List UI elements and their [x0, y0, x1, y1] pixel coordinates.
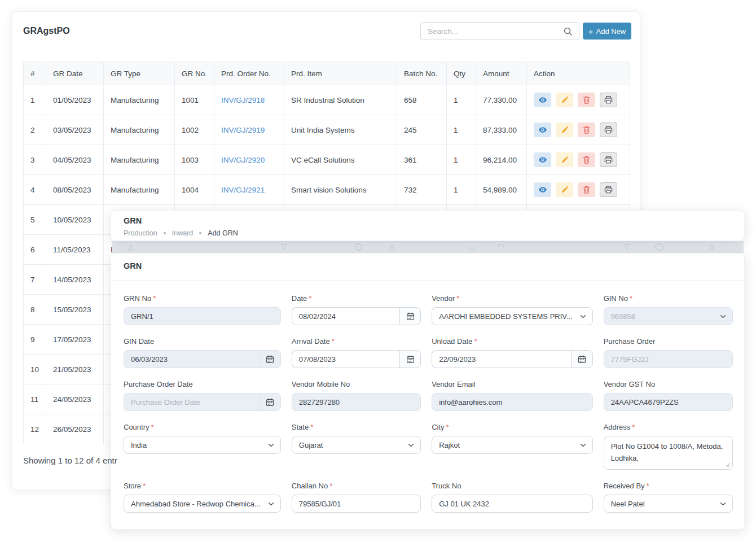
- city-select[interactable]: Rajkot: [432, 436, 592, 454]
- cell-prd-item: SR Industrial Solution: [284, 85, 397, 115]
- print-button[interactable]: [600, 182, 617, 197]
- chevron-down-icon: [719, 313, 732, 320]
- column-header-batch-no: Batch No.: [397, 62, 447, 85]
- truck-no-input[interactable]: GJ 01 UK 2432: [432, 495, 592, 513]
- input-value: India: [124, 441, 267, 449]
- required-asterisk: *: [143, 482, 146, 490]
- country-select[interactable]: India: [124, 436, 281, 454]
- edit-button[interactable]: [556, 123, 573, 137]
- breadcrumb-item-inward[interactable]: Inward: [172, 229, 194, 237]
- field-purchase-order-date: Purchase Order DatePurchase Order Date: [124, 380, 281, 411]
- view-button[interactable]: [534, 182, 551, 197]
- watermark-shape: △: [389, 242, 395, 251]
- eye-icon: [538, 185, 547, 194]
- view-button[interactable]: [534, 93, 551, 107]
- calendar-icon[interactable]: [399, 350, 421, 368]
- field-label: Vendor Mobile No: [292, 380, 421, 388]
- address-textarea[interactable]: Plot No G1004 to 1008/A, Metoda, Lodhika…: [604, 436, 733, 470]
- calendar-icon[interactable]: [260, 350, 281, 368]
- prd-order-link[interactable]: INV/GJ/2918: [221, 96, 265, 104]
- search-input[interactable]: [421, 27, 563, 36]
- view-button[interactable]: [534, 152, 551, 167]
- calendar-icon[interactable]: [399, 307, 421, 325]
- watermark-shape: △: [709, 242, 714, 251]
- input-value: 06/03/2023: [124, 355, 260, 364]
- input-value: 22/09/2023: [432, 355, 571, 364]
- add-new-button[interactable]: + Add New: [583, 23, 631, 40]
- input-value: 24AAPCA4679P2ZS: [604, 398, 732, 406]
- field-country: Country*India: [124, 423, 281, 454]
- field-store: Store*Ahmedabad Store - Redwop Chemica..…: [124, 482, 281, 513]
- edit-button[interactable]: [556, 93, 573, 107]
- vendor-select[interactable]: AAROHI EMBEDDED SYSTEMS PRIV...: [432, 307, 592, 325]
- grn-no-input[interactable]: GRN/1: [124, 307, 281, 325]
- prd-order-link[interactable]: INV/GJ/2921: [221, 186, 265, 194]
- purchase-order-date-input[interactable]: Purchase Order Date: [124, 393, 260, 411]
- cell-batch-no: 732: [397, 175, 447, 205]
- delete-button[interactable]: [578, 123, 595, 137]
- challan-no-input[interactable]: 79585/GJ/01: [292, 495, 421, 513]
- delete-button[interactable]: [578, 152, 595, 167]
- prd-order-link[interactable]: INV/GJ/2919: [221, 126, 265, 134]
- field-vendor: Vendor*AAROHI EMBEDDED SYSTEMS PRIV...: [432, 294, 592, 325]
- gin-no-select[interactable]: 969858: [604, 307, 733, 325]
- cell-qty: 1: [447, 115, 476, 145]
- column-header-gr-type: GR Type: [104, 62, 175, 85]
- search-icon[interactable]: [563, 27, 579, 36]
- calendar-icon[interactable]: [572, 350, 593, 368]
- view-button[interactable]: [534, 123, 551, 137]
- breadcrumb-separator-dot: [199, 232, 201, 234]
- chevron-down-icon: [267, 442, 280, 449]
- state-select[interactable]: Gujarat: [292, 436, 421, 454]
- delete-button[interactable]: [578, 93, 595, 107]
- field-vendor-gst-no: Vendor GST No24AAPCA4679P2ZS: [604, 380, 733, 411]
- store-select[interactable]: Ahmedabad Store - Redwop Chemica...: [124, 495, 281, 513]
- cell-gr-date: 08/05/2023: [46, 175, 104, 205]
- gin-date-input[interactable]: 06/03/2023: [124, 350, 260, 368]
- watermark-shape: ◠: [498, 242, 504, 251]
- purchase-order-date-group: Purchase Order Date: [124, 393, 281, 411]
- vendor-mobile-no-input[interactable]: 2827297280: [292, 393, 421, 411]
- trash-icon: [583, 126, 590, 134]
- trash-icon: [583, 156, 590, 164]
- edit-button[interactable]: [556, 182, 573, 197]
- purchase-order-input[interactable]: 7775FGJ2J: [604, 350, 733, 368]
- divider: [111, 280, 744, 281]
- input-value: info@aarohies.com: [432, 398, 592, 406]
- unload-date-input[interactable]: 22/09/2023: [432, 350, 571, 368]
- cell-qty: 1: [447, 145, 476, 175]
- delete-button[interactable]: [578, 182, 595, 197]
- received-by-select[interactable]: Neel Patel: [604, 495, 733, 513]
- field-label: Store*: [124, 482, 281, 490]
- vendor-gst-no-input[interactable]: 24AAPCA4679P2ZS: [604, 393, 733, 411]
- cell-amount: 54,989.00: [476, 175, 527, 205]
- field-label: Country*: [124, 423, 281, 431]
- resize-handle-icon[interactable]: [726, 462, 731, 467]
- printer-icon: [604, 126, 613, 134]
- calendar-icon[interactable]: [260, 393, 281, 411]
- prd-order-link[interactable]: INV/GJ/2920: [221, 156, 265, 164]
- cell-gr-date: 24/05/2023: [46, 384, 104, 414]
- cell-gr-date: 14/05/2023: [46, 265, 104, 295]
- page-title: GRAgstPO: [23, 26, 70, 36]
- cell-prd-item: Unit India Systems: [284, 115, 397, 145]
- print-button[interactable]: [600, 93, 617, 107]
- cell-num: 9: [24, 325, 46, 355]
- cell-actions: [527, 85, 630, 115]
- arrival-date-input[interactable]: 07/08/2023: [292, 350, 399, 368]
- field-label: Challan No*: [292, 482, 421, 490]
- print-button[interactable]: [600, 152, 617, 167]
- print-button[interactable]: [600, 123, 617, 137]
- field-label: Vendor*: [432, 294, 592, 303]
- date-input[interactable]: 08/02/2024: [292, 307, 399, 325]
- field-truck-no: Truck NoGJ 01 UK 2432: [432, 482, 592, 513]
- field-address: Address*Plot No G1004 to 1008/A, Metoda,…: [604, 423, 733, 470]
- breadcrumb-item-production[interactable]: Production: [124, 229, 157, 237]
- cell-prd-order-no: INV/GJ/2919: [214, 115, 284, 145]
- vendor-email-input[interactable]: info@aarohies.com: [432, 393, 592, 411]
- cell-batch-no: 658: [397, 85, 447, 115]
- eye-icon: [538, 155, 547, 164]
- cell-prd-order-no: INV/GJ/2918: [214, 85, 284, 115]
- edit-button[interactable]: [556, 152, 573, 167]
- table-row: 101/05/2023Manufacturing1001INV/GJ/2918S…: [24, 85, 630, 115]
